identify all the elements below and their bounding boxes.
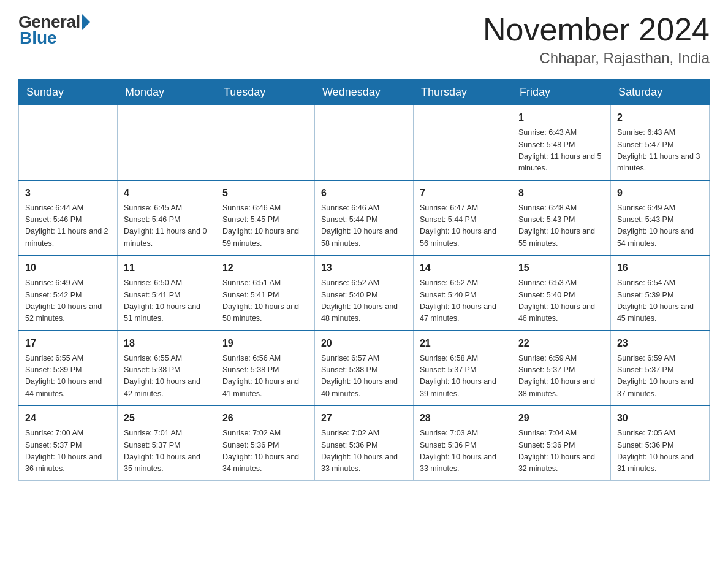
day-number: 19 bbox=[222, 336, 308, 351]
day-info: Sunrise: 6:46 AMSunset: 5:44 PMDaylight:… bbox=[321, 202, 407, 250]
calendar-cell bbox=[117, 105, 216, 180]
day-info: Sunrise: 6:57 AMSunset: 5:38 PMDaylight:… bbox=[321, 353, 407, 400]
logo-triangle-icon bbox=[82, 13, 90, 31]
day-number: 23 bbox=[617, 336, 703, 351]
calendar-cell: 21Sunrise: 6:58 AMSunset: 5:37 PMDayligh… bbox=[413, 331, 512, 406]
day-number: 4 bbox=[124, 186, 210, 201]
calendar-week-row: 3Sunrise: 6:44 AMSunset: 5:46 PMDaylight… bbox=[19, 180, 710, 256]
day-info: Sunrise: 6:49 AMSunset: 5:42 PMDaylight:… bbox=[25, 277, 111, 325]
day-info: Sunrise: 6:44 AMSunset: 5:46 PMDaylight:… bbox=[25, 202, 111, 250]
day-number: 17 bbox=[25, 336, 111, 351]
calendar-cell: 4Sunrise: 6:45 AMSunset: 5:46 PMDaylight… bbox=[117, 180, 216, 256]
calendar-cell bbox=[413, 105, 512, 180]
calendar-cell: 27Sunrise: 7:02 AMSunset: 5:36 PMDayligh… bbox=[314, 405, 413, 480]
weekday-header-wednesday: Wednesday bbox=[314, 80, 413, 105]
day-number: 1 bbox=[518, 110, 604, 125]
calendar-week-row: 17Sunrise: 6:55 AMSunset: 5:39 PMDayligh… bbox=[19, 331, 710, 406]
weekday-header-monday: Monday bbox=[117, 80, 216, 105]
month-year-title: November 2024 bbox=[483, 12, 710, 47]
day-info: Sunrise: 6:52 AMSunset: 5:40 PMDaylight:… bbox=[321, 277, 407, 325]
calendar-cell: 6Sunrise: 6:46 AMSunset: 5:44 PMDaylight… bbox=[314, 180, 413, 256]
calendar-week-row: 24Sunrise: 7:00 AMSunset: 5:37 PMDayligh… bbox=[19, 405, 710, 480]
calendar-cell bbox=[216, 105, 314, 180]
day-number: 28 bbox=[420, 411, 506, 426]
day-number: 15 bbox=[518, 261, 604, 275]
day-number: 16 bbox=[617, 261, 703, 275]
day-number: 13 bbox=[321, 261, 407, 275]
calendar-cell: 16Sunrise: 6:54 AMSunset: 5:39 PMDayligh… bbox=[610, 255, 709, 331]
day-info: Sunrise: 6:43 AMSunset: 5:47 PMDaylight:… bbox=[617, 127, 703, 175]
calendar-cell: 24Sunrise: 7:00 AMSunset: 5:37 PMDayligh… bbox=[19, 405, 118, 480]
day-info: Sunrise: 6:52 AMSunset: 5:40 PMDaylight:… bbox=[420, 277, 506, 325]
day-info: Sunrise: 6:43 AMSunset: 5:48 PMDaylight:… bbox=[518, 127, 604, 175]
day-number: 12 bbox=[222, 261, 308, 275]
day-info: Sunrise: 6:53 AMSunset: 5:40 PMDaylight:… bbox=[518, 277, 604, 325]
calendar-cell: 5Sunrise: 6:46 AMSunset: 5:45 PMDaylight… bbox=[216, 180, 314, 256]
day-number: 7 bbox=[420, 186, 506, 201]
day-number: 11 bbox=[124, 261, 210, 275]
location-subtitle: Chhapar, Rajasthan, India bbox=[483, 50, 710, 67]
day-info: Sunrise: 6:50 AMSunset: 5:41 PMDaylight:… bbox=[124, 277, 210, 325]
calendar-cell: 9Sunrise: 6:49 AMSunset: 5:43 PMDaylight… bbox=[610, 180, 709, 256]
day-info: Sunrise: 6:51 AMSunset: 5:41 PMDaylight:… bbox=[222, 277, 308, 325]
day-info: Sunrise: 6:55 AMSunset: 5:38 PMDaylight:… bbox=[124, 353, 210, 400]
day-number: 18 bbox=[124, 336, 210, 351]
day-info: Sunrise: 6:45 AMSunset: 5:46 PMDaylight:… bbox=[124, 202, 210, 250]
day-info: Sunrise: 6:55 AMSunset: 5:39 PMDaylight:… bbox=[25, 353, 111, 400]
day-info: Sunrise: 6:47 AMSunset: 5:44 PMDaylight:… bbox=[420, 202, 506, 250]
calendar-cell bbox=[314, 105, 413, 180]
weekday-header-friday: Friday bbox=[512, 80, 610, 105]
day-number: 9 bbox=[617, 186, 703, 201]
calendar-cell: 2Sunrise: 6:43 AMSunset: 5:47 PMDaylight… bbox=[610, 105, 709, 180]
calendar-table: SundayMondayTuesdayWednesdayThursdayFrid… bbox=[18, 79, 710, 481]
day-number: 24 bbox=[25, 411, 111, 426]
day-number: 21 bbox=[420, 336, 506, 351]
day-number: 30 bbox=[617, 411, 703, 426]
day-info: Sunrise: 6:46 AMSunset: 5:45 PMDaylight:… bbox=[222, 202, 308, 250]
calendar-cell: 22Sunrise: 6:59 AMSunset: 5:37 PMDayligh… bbox=[512, 331, 610, 406]
day-number: 20 bbox=[321, 336, 407, 351]
weekday-header-sunday: Sunday bbox=[19, 80, 118, 105]
calendar-cell: 19Sunrise: 6:56 AMSunset: 5:38 PMDayligh… bbox=[216, 331, 314, 406]
calendar-cell: 23Sunrise: 6:59 AMSunset: 5:37 PMDayligh… bbox=[610, 331, 709, 406]
logo: General Blue bbox=[18, 12, 90, 48]
calendar-cell: 8Sunrise: 6:48 AMSunset: 5:43 PMDaylight… bbox=[512, 180, 610, 256]
weekday-header-saturday: Saturday bbox=[610, 80, 709, 105]
day-info: Sunrise: 7:05 AMSunset: 5:36 PMDaylight:… bbox=[617, 427, 703, 475]
day-number: 6 bbox=[321, 186, 407, 201]
calendar-cell: 29Sunrise: 7:04 AMSunset: 5:36 PMDayligh… bbox=[512, 405, 610, 480]
day-info: Sunrise: 6:54 AMSunset: 5:39 PMDaylight:… bbox=[617, 277, 703, 325]
calendar-cell: 1Sunrise: 6:43 AMSunset: 5:48 PMDaylight… bbox=[512, 105, 610, 180]
day-info: Sunrise: 6:58 AMSunset: 5:37 PMDaylight:… bbox=[420, 353, 506, 400]
calendar-cell: 25Sunrise: 7:01 AMSunset: 5:37 PMDayligh… bbox=[117, 405, 216, 480]
day-number: 29 bbox=[518, 411, 604, 426]
day-info: Sunrise: 7:01 AMSunset: 5:37 PMDaylight:… bbox=[124, 427, 210, 475]
day-number: 25 bbox=[124, 411, 210, 426]
title-section: November 2024 Chhapar, Rajasthan, India bbox=[483, 12, 710, 67]
day-number: 27 bbox=[321, 411, 407, 426]
day-info: Sunrise: 7:03 AMSunset: 5:36 PMDaylight:… bbox=[420, 427, 506, 475]
day-number: 10 bbox=[25, 261, 111, 275]
day-number: 2 bbox=[617, 110, 703, 125]
calendar-cell: 12Sunrise: 6:51 AMSunset: 5:41 PMDayligh… bbox=[216, 255, 314, 331]
calendar-cell: 20Sunrise: 6:57 AMSunset: 5:38 PMDayligh… bbox=[314, 331, 413, 406]
day-number: 14 bbox=[420, 261, 506, 275]
calendar-cell: 13Sunrise: 6:52 AMSunset: 5:40 PMDayligh… bbox=[314, 255, 413, 331]
calendar-cell: 17Sunrise: 6:55 AMSunset: 5:39 PMDayligh… bbox=[19, 331, 118, 406]
calendar-cell: 10Sunrise: 6:49 AMSunset: 5:42 PMDayligh… bbox=[19, 255, 118, 331]
day-info: Sunrise: 6:49 AMSunset: 5:43 PMDaylight:… bbox=[617, 202, 703, 250]
calendar-week-row: 10Sunrise: 6:49 AMSunset: 5:42 PMDayligh… bbox=[19, 255, 710, 331]
day-number: 26 bbox=[222, 411, 308, 426]
day-number: 8 bbox=[518, 186, 604, 201]
calendar-cell: 7Sunrise: 6:47 AMSunset: 5:44 PMDaylight… bbox=[413, 180, 512, 256]
day-number: 22 bbox=[518, 336, 604, 351]
day-info: Sunrise: 7:04 AMSunset: 5:36 PMDaylight:… bbox=[518, 427, 604, 475]
day-info: Sunrise: 6:59 AMSunset: 5:37 PMDaylight:… bbox=[617, 353, 703, 400]
logo-blue-text: Blue bbox=[20, 28, 57, 48]
calendar-cell: 26Sunrise: 7:02 AMSunset: 5:36 PMDayligh… bbox=[216, 405, 314, 480]
calendar-cell: 28Sunrise: 7:03 AMSunset: 5:36 PMDayligh… bbox=[413, 405, 512, 480]
weekday-header-tuesday: Tuesday bbox=[216, 80, 314, 105]
calendar-week-row: 1Sunrise: 6:43 AMSunset: 5:48 PMDaylight… bbox=[19, 105, 710, 180]
day-info: Sunrise: 7:02 AMSunset: 5:36 PMDaylight:… bbox=[222, 427, 308, 475]
day-info: Sunrise: 7:02 AMSunset: 5:36 PMDaylight:… bbox=[321, 427, 407, 475]
